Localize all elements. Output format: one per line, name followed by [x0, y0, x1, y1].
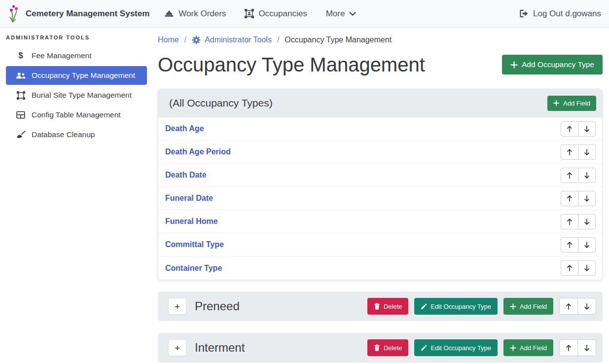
field-link[interactable]: Death Age Period [165, 147, 231, 156]
breadcrumb-admin-tools-label: Administrator Tools [205, 36, 272, 44]
occupancy-type-section: + Preneed Delete Edit Occupancy Type [158, 291, 603, 321]
move-up-button[interactable] [561, 191, 578, 206]
field-link[interactable]: Death Age [165, 124, 204, 133]
arrow-down-icon [583, 125, 590, 133]
move-up-button[interactable] [559, 298, 578, 315]
occupancy-type-name: Interment [195, 341, 245, 355]
sidebar-item-occupancy-type-management[interactable]: Occupancy Type Management [6, 66, 147, 85]
sidebar-item-fee-management[interactable]: $ Fee Management [6, 46, 147, 65]
field-row: Death Age [158, 117, 602, 141]
breadcrumb-home[interactable]: Home [158, 36, 179, 44]
move-up-button[interactable] [561, 121, 578, 137]
delete-button[interactable]: Delete [367, 298, 409, 315]
arrow-up-icon [566, 125, 573, 133]
table-icon [15, 111, 27, 119]
delete-button[interactable]: Delete [367, 339, 409, 356]
app-brand[interactable]: Cemetery Management System [8, 5, 149, 23]
field-link[interactable]: Committal Type [165, 240, 224, 249]
page-title-row: Occupancy Type Management Add Occupancy … [158, 53, 603, 76]
move-down-button[interactable] [578, 168, 596, 183]
trash-icon [374, 303, 380, 310]
reorder-buttons [561, 121, 596, 137]
add-field-button[interactable]: Add Field [503, 339, 553, 356]
trash-icon [374, 344, 380, 351]
move-up-button[interactable] [561, 145, 578, 160]
sidebar-item-database-cleanup[interactable]: Database Cleanup [6, 125, 147, 144]
field-row: Committal Type [158, 233, 602, 256]
breadcrumb-separator: / [184, 36, 186, 44]
expand-section-button[interactable]: + [168, 339, 186, 356]
move-up-button[interactable] [561, 214, 578, 229]
add-field-label: Add Field [520, 344, 547, 352]
broom-icon [15, 131, 27, 139]
move-down-button[interactable] [578, 145, 596, 160]
tulip-logo-icon [8, 5, 21, 23]
move-up-button[interactable] [561, 237, 578, 253]
nav-occupancies[interactable]: Occupancies [245, 9, 307, 19]
field-link[interactable]: Death Date [165, 171, 207, 180]
move-up-button[interactable] [561, 168, 578, 183]
breadcrumb: Home / [158, 36, 603, 44]
move-down-button[interactable] [578, 214, 596, 229]
arrow-up-icon [566, 148, 573, 156]
edit-occupancy-type-button[interactable]: Edit Occupancy Type [414, 298, 498, 315]
nav-work-orders[interactable]: Work Orders [164, 9, 226, 19]
move-down-button[interactable] [578, 237, 596, 253]
reorder-buttons [559, 298, 596, 315]
section-controls: Delete Edit Occupancy Type Add Field [367, 339, 596, 356]
hard-hat-icon [164, 10, 174, 18]
plus-icon [553, 100, 559, 106]
plot-icon [15, 91, 27, 100]
logout-button[interactable]: Log Out d.gowans [519, 9, 601, 19]
arrow-down-icon [583, 303, 590, 310]
field-link[interactable]: Funeral Date [165, 194, 213, 203]
all-occupancy-types-card: (All Occupancy Types) Add Field Death Ag… [158, 89, 603, 280]
reorder-buttons [561, 168, 596, 183]
sidebar-item-label: Fee Management [32, 51, 92, 60]
field-row: Funeral Home [158, 210, 602, 233]
nav-occupancies-label: Occupancies [258, 9, 307, 19]
add-occupancy-type-button[interactable]: Add Occupancy Type [502, 55, 603, 74]
reorder-buttons [561, 191, 596, 206]
all-occupancy-types-header: (All Occupancy Types) Add Field [158, 89, 602, 117]
nav-more[interactable]: More [326, 9, 357, 19]
field-row: Funeral Date [158, 187, 602, 210]
add-field-button[interactable]: Add Field [547, 96, 596, 111]
move-down-button[interactable] [578, 191, 596, 206]
arrow-up-icon [566, 241, 573, 249]
field-link[interactable]: Funeral Home [165, 217, 218, 226]
sidebar-item-burial-site-type-management[interactable]: Burial Site Type Management [6, 86, 147, 105]
field-link[interactable]: Container Type [165, 264, 222, 273]
breadcrumb-admin-tools[interactable]: Administrator Tools [192, 36, 272, 44]
sidebar-item-config-table-management[interactable]: Config Table Management [6, 106, 147, 124]
move-up-button[interactable] [559, 339, 578, 356]
move-down-button[interactable] [577, 298, 596, 315]
move-up-button[interactable] [561, 260, 578, 276]
move-down-button[interactable] [578, 121, 596, 137]
app-title: Cemetery Management System [26, 9, 149, 19]
edit-occupancy-type-label: Edit Occupancy Type [430, 303, 491, 310]
edit-occupancy-type-button[interactable]: Edit Occupancy Type [414, 339, 498, 356]
breadcrumb-current: Occupancy Type Management [285, 36, 392, 44]
arrow-up-icon [565, 303, 572, 310]
add-occupancy-type-label: Add Occupancy Type [522, 60, 594, 69]
arrow-up-icon [565, 344, 572, 352]
navbar-links: Work Orders Occupancies More [164, 9, 356, 19]
move-down-button[interactable] [578, 260, 596, 276]
sidebar-heading: ADMINISTRATOR TOOLS [6, 35, 153, 40]
arrow-down-icon [583, 148, 590, 156]
reorder-buttons [561, 260, 596, 276]
field-row: Death Date [158, 164, 602, 187]
plus-icon [510, 61, 518, 69]
pencil-icon [421, 345, 427, 351]
move-down-button[interactable] [577, 339, 596, 356]
arrow-down-icon [583, 172, 590, 179]
reorder-buttons [561, 214, 596, 229]
add-field-button[interactable]: Add Field [503, 298, 553, 315]
edit-occupancy-type-label: Edit Occupancy Type [430, 344, 491, 352]
expand-section-button[interactable]: + [168, 298, 186, 315]
arrow-up-icon [566, 218, 573, 225]
plus-icon [510, 345, 516, 351]
occupancy-plot-icon [245, 9, 254, 18]
reorder-buttons [561, 237, 596, 253]
